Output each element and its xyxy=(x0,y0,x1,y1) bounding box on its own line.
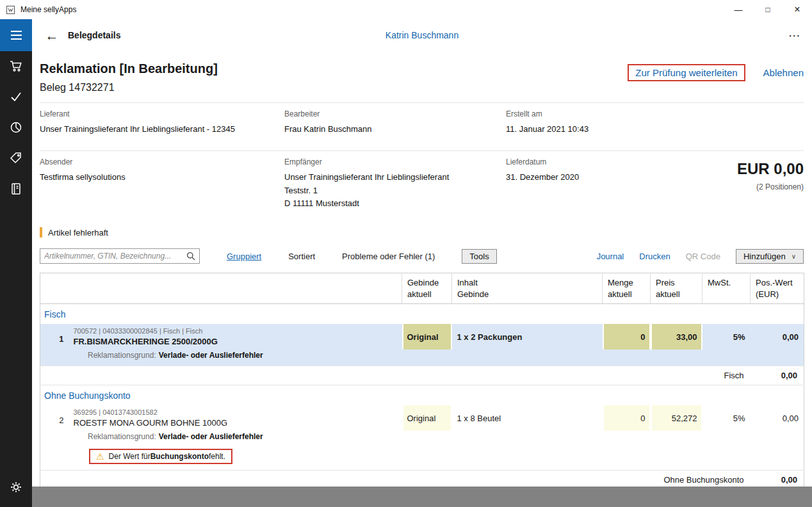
table-row[interactable]: 2 369295 | 04013743001582 ROESTF MONA GO… xyxy=(40,405,804,431)
field-absender: Absender Testfirma sellysolutions xyxy=(40,157,284,211)
page-title: Belegdetails xyxy=(68,30,120,40)
group-footer-fisch: Fisch 0,00 xyxy=(40,366,804,385)
add-button[interactable]: Hinzufügen∨ xyxy=(736,249,804,264)
close-button[interactable]: × xyxy=(783,0,812,19)
status-note: Artikel fehlerhaft xyxy=(40,227,804,237)
window-controls: — □ × xyxy=(724,0,812,19)
menge-cell[interactable]: 0 xyxy=(603,324,651,350)
gear-icon xyxy=(9,480,23,496)
warning-icon: ⚠ xyxy=(96,452,104,461)
back-button[interactable]: ← xyxy=(40,29,64,42)
fields-row-2: Absender Testfirma sellysolutions Empfän… xyxy=(32,151,812,216)
mwst-cell: 5% xyxy=(702,405,751,431)
more-options-icon[interactable]: ⋯ xyxy=(788,28,800,43)
sidebar-item-tag[interactable] xyxy=(0,143,32,174)
sidebar-item-cart[interactable] xyxy=(0,51,32,82)
reklamationsgrund-row: Reklamationsgrund:Verlade- oder Ausliefe… xyxy=(40,431,804,447)
search-input[interactable] xyxy=(40,252,186,261)
chevron-down-icon: ∨ xyxy=(792,253,796,260)
table-header-row: Gebinde aktuell Inhalt Gebinde Menge akt… xyxy=(40,273,804,304)
field-bearbeiter: Bearbeiter Frau Katrin Buschmann xyxy=(284,109,506,136)
minimize-button[interactable]: — xyxy=(724,0,753,19)
sidebar xyxy=(0,19,32,507)
pie-chart-icon xyxy=(9,120,23,136)
fields-row-1: Lieferant Unser Trainingslieferant Ihr L… xyxy=(32,103,812,141)
main-area: ← Belegdetails Katrin Buschmann ⋯ Reklam… xyxy=(32,19,812,507)
filter-gruppiert[interactable]: Gruppiert xyxy=(227,252,261,261)
table-row[interactable]: 1 700572 | 04033300002845 | Fisch | Fisc… xyxy=(40,324,804,350)
reject-link[interactable]: Ablehnen xyxy=(763,67,804,78)
wert-cell: 0,00 xyxy=(751,405,804,431)
col-menge: Menge aktuell xyxy=(603,273,651,304)
gebinde-cell[interactable]: Original xyxy=(402,405,452,431)
col-description xyxy=(69,273,402,304)
document-titles: Reklamation [In Bearbeitung] Beleg 14732… xyxy=(40,61,218,93)
mwst-cell: 5% xyxy=(702,324,751,350)
wert-cell: 0,00 xyxy=(751,324,804,350)
col-mwst: MwSt. xyxy=(702,273,751,304)
group-header-fisch[interactable]: Fisch xyxy=(40,304,804,325)
status-bar-icon xyxy=(40,227,42,237)
document-actions: Zur Prüfung weiterleiten Ablehnen xyxy=(628,64,804,81)
inhalt-cell: 1 x 8 Beutel xyxy=(452,405,603,431)
item-description: 369295 | 04013743001582 ROESTF MONA GOUR… xyxy=(69,405,402,431)
preis-cell[interactable]: 52,272 xyxy=(651,405,702,431)
bottom-bar xyxy=(32,487,812,507)
search-box xyxy=(40,248,200,264)
positions-table: Gebinde aktuell Inhalt Gebinde Menge akt… xyxy=(40,273,804,507)
sidebar-item-statistics[interactable] xyxy=(0,113,32,143)
drucken-link[interactable]: Drucken xyxy=(639,252,670,261)
forward-for-review-link[interactable]: Zur Prüfung weiterleiten xyxy=(635,67,737,78)
hamburger-icon xyxy=(11,31,22,32)
user-name-link[interactable]: Katrin Buschmann xyxy=(386,30,459,40)
gebinde-cell[interactable]: Original xyxy=(402,324,452,350)
positions-count: (2 Positionen) xyxy=(737,182,804,191)
toolbar: Gruppiert Sortiert Probleme oder Fehler … xyxy=(40,248,804,264)
window-title: Meine sellyApps xyxy=(20,5,76,14)
app-icon xyxy=(6,5,15,15)
reklamationsgrund-row: Reklamationsgrund:Verlade- oder Ausliefe… xyxy=(40,350,804,366)
validation-warning: ⚠ Der Wert für Buchungskonto fehlt. xyxy=(89,449,232,464)
check-icon xyxy=(9,90,23,106)
titlebar: Meine sellyApps — □ × xyxy=(0,0,812,19)
total-block: EUR 0,00 (2 Positionen) xyxy=(737,160,804,191)
filter-probleme[interactable]: Probleme oder Fehler (1) xyxy=(342,252,435,261)
tools-button[interactable]: Tools xyxy=(462,249,496,264)
menge-cell[interactable]: 0 xyxy=(603,405,651,431)
preis-cell[interactable]: 33,00 xyxy=(651,324,702,350)
group-header-ohne-buchungskonto[interactable]: Ohne Buchungskonto xyxy=(40,385,804,406)
document-header: Reklamation [In Bearbeitung] Beleg 14732… xyxy=(32,51,812,93)
filter-sortiert[interactable]: Sortiert xyxy=(288,252,315,261)
total-amount: EUR 0,00 xyxy=(737,160,804,178)
annotation-highlight-forward: Zur Prüfung weiterleiten xyxy=(628,64,745,81)
maximize-button[interactable]: □ xyxy=(753,0,783,19)
validation-warning-row: ⚠ Der Wert für Buchungskonto fehlt. xyxy=(40,447,804,471)
hamburger-menu-button[interactable] xyxy=(0,19,32,51)
inhalt-cell: 1 x 2 Packungen xyxy=(452,324,603,350)
col-inhalt: Inhalt Gebinde xyxy=(452,273,603,304)
tag-icon xyxy=(9,151,23,167)
col-preis: Preis aktuell xyxy=(651,273,702,304)
sidebar-item-journal[interactable] xyxy=(0,174,32,205)
page-header: ← Belegdetails Katrin Buschmann ⋯ xyxy=(32,19,812,51)
book-icon xyxy=(9,182,23,198)
qr-code-link: QR Code xyxy=(686,252,720,261)
status-note-text: Artikel fehlerhaft xyxy=(48,228,108,237)
col-gebinde: Gebinde aktuell xyxy=(402,273,452,304)
col-wert: Pos.-Wert (EUR) xyxy=(751,273,804,304)
field-empfaenger: Empfänger Unser Trainingslieferant Ihr L… xyxy=(284,157,506,211)
col-num xyxy=(40,273,69,304)
document-number: Beleg 14732271 xyxy=(40,82,218,93)
field-lieferant: Lieferant Unser Trainingslieferant Ihr L… xyxy=(40,109,284,136)
document-title: Reklamation [In Bearbeitung] xyxy=(40,61,218,76)
search-icon[interactable] xyxy=(186,252,195,261)
journal-link[interactable]: Journal xyxy=(597,252,624,261)
field-erstellt-am: Erstellt am 11. Januar 2021 10:43 xyxy=(506,109,804,136)
cart-icon xyxy=(9,59,23,75)
sidebar-item-check[interactable] xyxy=(0,82,32,113)
item-description: 700572 | 04033300002845 | Fisch | Fisch … xyxy=(69,324,402,350)
sidebar-item-settings[interactable] xyxy=(0,472,32,503)
